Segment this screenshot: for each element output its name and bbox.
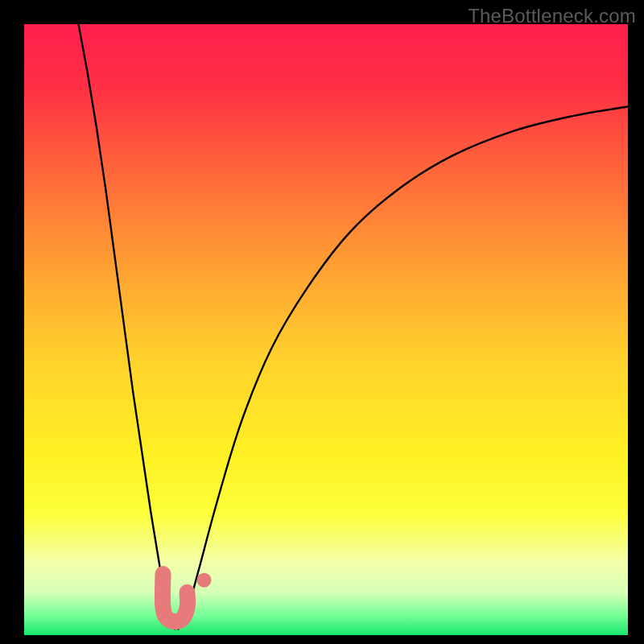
outer-frame: TheBottleneck.com [0, 0, 644, 644]
marker-pink-dot [197, 573, 212, 588]
gradient-background [24, 24, 628, 635]
plot-area [24, 24, 628, 635]
